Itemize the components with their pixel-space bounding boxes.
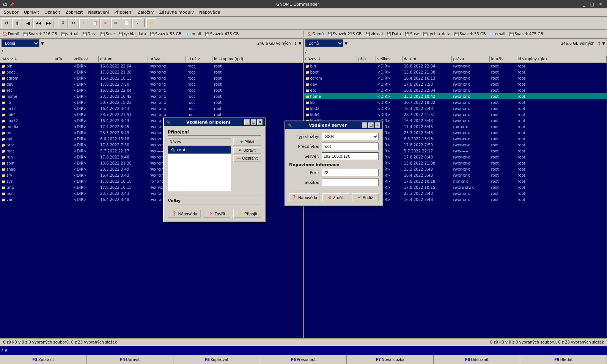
dialog-vzdálený-server-minimize[interactable]: _ [362, 122, 367, 128]
left-path-arrow[interactable]: ▼ [41, 41, 44, 46]
connection-item-root[interactable]: 🔌 root [168, 146, 231, 154]
edit-button[interactable]: ✏ [111, 18, 121, 28]
dialog-vzdálený-server-close[interactable]: ✕ [375, 122, 380, 128]
dialog-vzdálená-připojení-close[interactable]: ✕ [257, 119, 263, 125]
refresh-button[interactable]: ↺ [2, 18, 11, 28]
connect-button[interactable]: ⚡ [146, 18, 156, 28]
back-button[interactable]: ◀ [23, 18, 33, 28]
bookmark-suse-left[interactable]: 💾Suse [99, 31, 116, 36]
bookmark-domu-left[interactable]: 🏠Domů [2, 31, 20, 36]
right-col-owner[interactable]: id uživ [490, 56, 516, 62]
left-options-icon[interactable]: ▼ [299, 41, 302, 46]
file-row[interactable]: 📁lib32<DIR>16.4.2022 3:43rwxr-xr-xrootro… [0, 105, 303, 111]
napoveda-button-vzdálená[interactable]: ❓ Nápověda [168, 210, 201, 218]
file-row[interactable]: 📁etc<DIR>16.8.2022 22:04rwxr-xr-xrootroo… [304, 87, 607, 93]
dialog-vzdálená-připojení-minimize[interactable]: _ [244, 119, 250, 125]
file-row[interactable]: 📁dev<DIR>17.8.2022 7:50rwxr-xr-xrootroot [0, 81, 303, 87]
menu-soubor[interactable]: Soubor [2, 9, 21, 16]
bookmark-svazek475-left[interactable]: 💾Svazek 475 GB [204, 31, 240, 36]
file-row[interactable]: 📁home<DIR>23.3.2022 10:42rwxr-xr-xrootro… [0, 93, 303, 99]
paste-button[interactable]: 📋 [90, 18, 100, 28]
file-row[interactable]: 📁boot<DIR>13.8.2022 21:38rwxr-xr-xrootro… [304, 69, 607, 75]
bookmark-virtual-right[interactable]: 💾virtual [364, 31, 384, 36]
file-row[interactable]: 📁cdrom<DIR>16.4.2022 16:13rwxr-xr-xrootr… [304, 75, 607, 81]
file-row[interactable]: 📁lib32<DIR>16.4.2022 3:43rwxr-xr-xrootro… [304, 105, 607, 111]
back-back-button[interactable]: ◀◀ [33, 18, 43, 28]
bookmark-svazek53-right[interactable]: 💾Svazek 53 GB [453, 31, 487, 36]
bookmark-rychladata-right[interactable]: 💾rychla_data [422, 31, 451, 36]
connect-dialog-button[interactable]: ⚡ Připojit [233, 210, 261, 218]
bookmark-svazek216-right[interactable]: 💾Svazek 216 GB [326, 31, 363, 36]
left-col-date[interactable]: datum [99, 56, 148, 62]
left-col-ext[interactable]: příp [53, 56, 72, 62]
napoveda-server-button[interactable]: ❓ Nápověda [289, 193, 319, 201]
fkey-f6[interactable]: F6Přesunout [260, 355, 347, 364]
right-col-date[interactable]: datum [403, 56, 452, 62]
zrusit-button[interactable]: ⊗ Zrušit [322, 193, 349, 201]
file-row[interactable]: 📁cdrom<DIR>16.4.2022 16:13rwxr-xr-xrootr… [0, 75, 303, 81]
bookmark-svazek53-left[interactable]: 💾Svazek 53 GB [149, 31, 182, 36]
menu-oznacit[interactable]: Označit [42, 9, 63, 16]
fkey-f5[interactable]: F5Kopírovat [173, 355, 260, 364]
right-sort-icon[interactable]: ↕ [598, 41, 601, 46]
menu-upravit[interactable]: Upravit [22, 9, 41, 16]
menu-zobrazit[interactable]: Zobrazit [63, 9, 85, 16]
file-row[interactable]: 📁dev<DIR>17.8.2022 7:50rwxr-xr-xrootroot [304, 81, 607, 87]
bookmark-email-left[interactable]: 📧email [184, 31, 202, 36]
right-path-arrow[interactable]: ▼ [345, 41, 348, 46]
menu-zalozky[interactable]: Záložky [135, 9, 156, 16]
left-col-size[interactable]: velikost [72, 56, 99, 62]
server-input[interactable] [322, 152, 379, 160]
fkey-f3[interactable]: F3Zobrazit [0, 355, 87, 364]
bookmark-svazek475-right[interactable]: 💾Svazek 475 GB [508, 31, 544, 36]
port-input[interactable] [322, 169, 379, 176]
file-row[interactable]: 📁etc<DIR>16.8.2022 22:04rwxr-xr-xrootroo… [0, 87, 303, 93]
fkey-f9[interactable]: F9Hledat [520, 355, 607, 364]
dots-button[interactable]: ⠿ [58, 18, 68, 28]
file-row[interactable]: 📁boot<DIR>17.8.2022 21:38rwxr-xr-xrootro… [0, 69, 303, 75]
command-input[interactable] [9, 348, 605, 353]
copy-button[interactable]: □ [79, 18, 89, 28]
menu-zasuvne[interactable]: Zásuvné moduly [157, 9, 196, 16]
right-path-dropdown[interactable]: Domů [305, 39, 343, 47]
right-col-ext[interactable]: příp [357, 56, 376, 62]
add-connection-button[interactable]: + Přidat [233, 138, 261, 146]
right-col-perms[interactable]: práva [452, 56, 490, 62]
cut-button[interactable]: ✂ [69, 18, 79, 28]
fkey-f8[interactable]: F8Odstranit [434, 355, 521, 364]
file-row[interactable]: 📁bin<DIR>16.8.2022 22:04rwxr-xr-xrootroo… [0, 63, 303, 69]
bookmark-suse-right[interactable]: 💾Suse [404, 31, 420, 36]
forward-button[interactable]: ▶▶ [44, 18, 54, 28]
copy2-button[interactable]: 📄 [122, 18, 132, 28]
file-row[interactable]: 📁bin<DIR>16.8.2022 22:04rwxr-xr-xrootroo… [304, 63, 607, 69]
fkey-f7[interactable]: F7Nová složka [347, 355, 434, 364]
left-col-owner[interactable]: id uživ [186, 56, 212, 62]
right-col-group[interactable]: id skupiny (gid) [516, 56, 607, 62]
budiz-button[interactable]: ✔ Budiž [352, 193, 379, 201]
left-col-perms[interactable]: práva [148, 56, 186, 62]
minimize-button[interactable]: _ [582, 2, 587, 7]
slozka-input[interactable] [322, 179, 379, 186]
bookmark-email-right[interactable]: 📧email [489, 31, 507, 36]
delete-button[interactable]: ✕ [101, 18, 110, 28]
close-button[interactable]: ✕ [597, 2, 604, 7]
left-col-group[interactable]: id skupiny (gid) [212, 56, 303, 62]
right-col-size[interactable]: velikost [376, 56, 403, 62]
menu-napoveda[interactable]: Nápověda [197, 9, 223, 16]
file-row[interactable]: 📁lib64<DIR>28.7.2022 21:51rwxr-xr-xrootr… [0, 111, 303, 118]
right-col-name[interactable]: název ↓ [304, 56, 357, 62]
bookmark-data-left[interactable]: 💾Data [81, 31, 98, 36]
bookmark-virtual-left[interactable]: 💾virtual [60, 31, 80, 36]
edit-connection-button[interactable]: ✏ Upravit [233, 147, 261, 154]
file-row[interactable]: 📁lib<DIR>30.7.2022 18:22rwxr-xr-xrootroo… [304, 99, 607, 105]
left-col-name[interactable]: název ↓ [0, 56, 53, 62]
left-path-dropdown[interactable]: Domů [2, 39, 39, 47]
bookmark-svazek216-left[interactable]: 💾Svazek 216 GB [22, 31, 58, 36]
window-pin-icon[interactable]: 📌 [9, 2, 14, 6]
menu-nastaveni[interactable]: Nastavení [86, 9, 111, 16]
bookmark-data-right[interactable]: 💾Data [385, 31, 402, 36]
file-row[interactable]: 📁home<DIR>23.3.2022 10:42rwxr-xr-xrootro… [304, 93, 607, 99]
maximize-button[interactable]: □ [588, 2, 596, 7]
right-options-icon[interactable]: ▼ [602, 41, 605, 46]
left-sort-icon[interactable]: ↕ [294, 41, 297, 46]
